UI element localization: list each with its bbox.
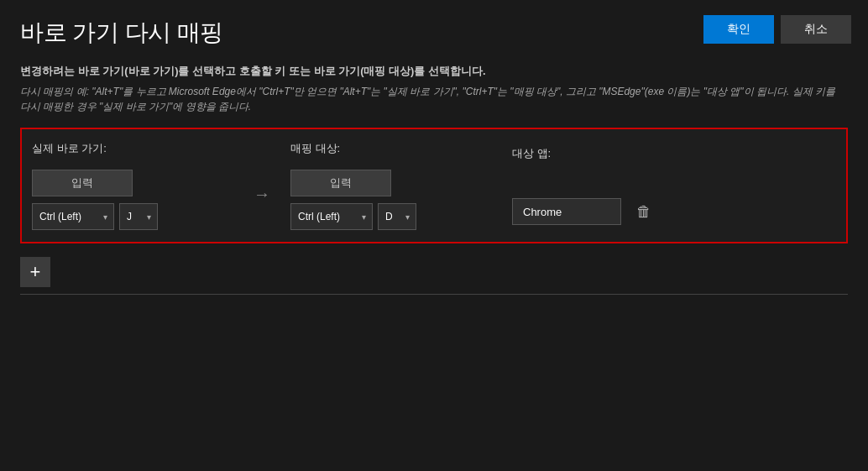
- description-sub: 다시 매핑의 예: "Alt+T"를 누르고 Microsoft Edge에서 …: [20, 84, 848, 114]
- confirm-button[interactable]: 확인: [703, 15, 774, 44]
- source-key-select[interactable]: ABCDEFGHI J KLMNOPQRSTUVWXYZ: [119, 203, 158, 230]
- target-app-label: 대상 앱:: [512, 146, 658, 161]
- bottom-divider: [20, 294, 848, 295]
- delete-mapping-button[interactable]: 🗑: [630, 200, 658, 224]
- source-key-wrapper: ABCDEFGHI J KLMNOPQRSTUVWXYZ: [119, 203, 158, 230]
- source-modifier-wrapper: Ctrl (Left) Ctrl (Right) Alt (Left) Alt …: [32, 203, 114, 230]
- cancel-button[interactable]: 취소: [781, 15, 851, 44]
- description-main: 변경하려는 바로 가기(바로 가기)를 선택하고 호출할 키 또는 바로 가기(…: [20, 64, 848, 79]
- add-mapping-button[interactable]: +: [20, 257, 50, 287]
- target-app-input[interactable]: [512, 198, 621, 225]
- mapping-target-section: 매핑 대상: 입력 Ctrl (Left) Ctrl (Right) Alt (…: [290, 141, 492, 230]
- arrow-divider: →: [254, 185, 270, 204]
- mapping-target-input-button[interactable]: 입력: [290, 170, 391, 196]
- target-app-section: 대상 앱: 🗑: [512, 146, 658, 225]
- target-modifier-wrapper: Ctrl (Left) Ctrl (Right) Alt (Left) Alt …: [290, 203, 373, 230]
- source-modifier-select[interactable]: Ctrl (Left) Ctrl (Right) Alt (Left) Alt …: [32, 203, 114, 230]
- target-key-wrapper: ABC D EFGHIJKLMNOPQRSTUVWXYZ: [378, 203, 416, 230]
- actual-shortcut-section: 실제 바로 가기: 입력 Ctrl (Left) Ctrl (Right) Al…: [32, 141, 233, 230]
- mapping-row: 실제 바로 가기: 입력 Ctrl (Left) Ctrl (Right) Al…: [20, 128, 848, 243]
- actual-shortcut-input-button[interactable]: 입력: [32, 170, 133, 196]
- actual-shortcut-label: 실제 바로 가기:: [32, 141, 233, 156]
- mapping-target-label: 매핑 대상:: [290, 141, 492, 156]
- target-modifier-select[interactable]: Ctrl (Left) Ctrl (Right) Alt (Left) Alt …: [290, 203, 373, 230]
- dialog-buttons: 확인 취소: [703, 15, 851, 44]
- target-key-select[interactable]: ABC D EFGHIJKLMNOPQRSTUVWXYZ: [378, 203, 416, 230]
